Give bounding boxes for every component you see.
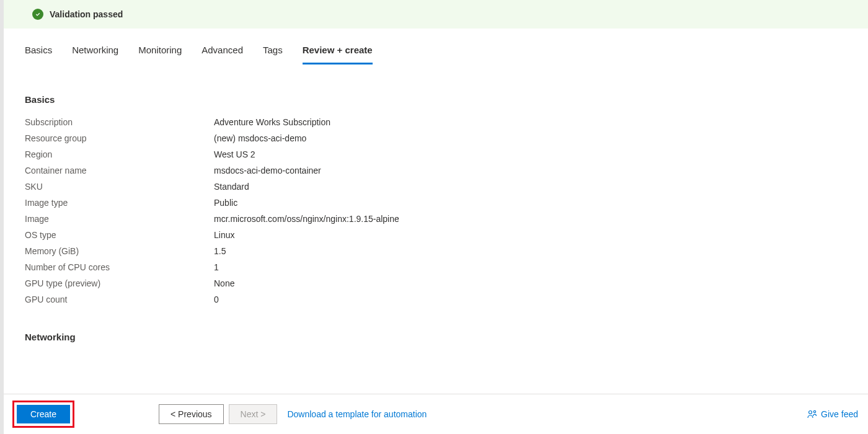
kv-row: Region West US 2 (25, 149, 847, 159)
validation-banner: Validation passed (4, 0, 868, 29)
kv-value: Adventure Works Subscription (214, 117, 330, 127)
kv-row: Image mcr.microsoft.com/oss/nginx/nginx:… (25, 214, 847, 224)
kv-label: Resource group (25, 133, 214, 143)
kv-label: Region (25, 149, 214, 159)
kv-value: 0 (214, 294, 219, 304)
kv-value: 1 (214, 262, 219, 272)
footer: Create < Previous Next > Download a temp… (4, 394, 868, 434)
kv-label: Container name (25, 166, 214, 175)
kv-row: GPU type (preview) None (25, 278, 847, 288)
create-button-highlight: Create (12, 401, 74, 428)
kv-label: Image (25, 214, 214, 224)
kv-label: OS type (25, 230, 214, 240)
kv-row: OS type Linux (25, 230, 847, 240)
kv-value: Public (214, 198, 237, 208)
kv-row: Resource group (new) msdocs-aci-demo (25, 133, 847, 143)
next-button: Next > (229, 404, 278, 424)
kv-row: Memory (GiB) 1.5 (25, 246, 847, 256)
feedback-icon (807, 409, 817, 419)
kv-label: Number of CPU cores (25, 262, 214, 272)
section-heading-networking: Networking (25, 332, 847, 342)
previous-button[interactable]: < Previous (159, 404, 224, 424)
kv-value: Standard (214, 182, 249, 192)
left-border (0, 0, 4, 434)
svg-point-0 (809, 411, 812, 414)
tab-basics[interactable]: Basics (25, 45, 52, 64)
validation-message: Validation passed (50, 9, 123, 19)
footer-button-group: < Previous Next > Download a template fo… (159, 404, 427, 424)
kv-label: Memory (GiB) (25, 246, 214, 256)
kv-value: 1.5 (214, 246, 226, 256)
kv-label: Image type (25, 198, 214, 208)
tab-monitoring[interactable]: Monitoring (138, 45, 182, 64)
kv-value: Linux (214, 230, 234, 240)
create-button[interactable]: Create (17, 405, 70, 423)
tabs: Basics Networking Monitoring Advanced Ta… (25, 29, 847, 64)
give-feedback-label: Give feed (821, 409, 858, 419)
kv-label: GPU type (preview) (25, 278, 214, 288)
kv-value: (new) msdocs-aci-demo (214, 133, 306, 143)
kv-row: SKU Standard (25, 182, 847, 192)
tab-review-create[interactable]: Review + create (303, 45, 373, 64)
tab-tags[interactable]: Tags (263, 45, 283, 64)
check-circle-icon (32, 9, 43, 20)
tab-advanced[interactable]: Advanced (202, 45, 243, 64)
kv-value: West US 2 (214, 149, 255, 159)
kv-row: Container name msdocs-aci-demo-container (25, 166, 847, 175)
kv-row: Number of CPU cores 1 (25, 262, 847, 272)
content-area: Basics Networking Monitoring Advanced Ta… (4, 29, 868, 342)
kv-value: mcr.microsoft.com/oss/nginx/nginx:1.9.15… (214, 214, 399, 224)
kv-value: None (214, 278, 234, 288)
kv-row: Subscription Adventure Works Subscriptio… (25, 117, 847, 127)
svg-point-1 (813, 410, 815, 412)
section-heading-basics: Basics (25, 94, 847, 105)
kv-label: Subscription (25, 117, 214, 127)
kv-row: GPU count 0 (25, 294, 847, 304)
kv-value: msdocs-aci-demo-container (214, 166, 321, 175)
tab-networking[interactable]: Networking (72, 45, 118, 64)
give-feedback-link[interactable]: Give feed (807, 409, 858, 419)
kv-label: SKU (25, 182, 214, 192)
kv-row: Image type Public (25, 198, 847, 208)
download-template-link[interactable]: Download a template for automation (287, 409, 427, 419)
kv-label: GPU count (25, 294, 214, 304)
